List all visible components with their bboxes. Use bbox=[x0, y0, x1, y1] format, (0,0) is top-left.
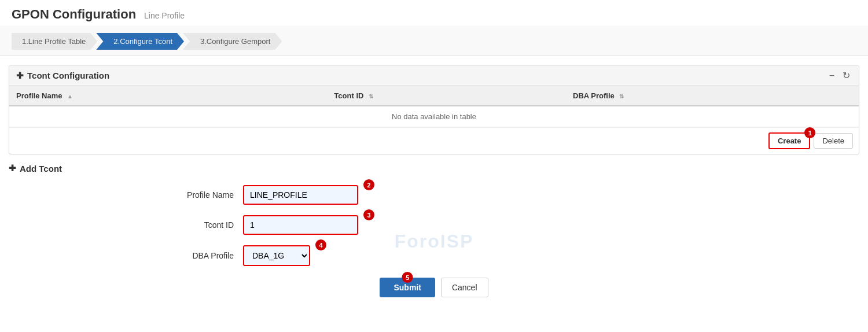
dba-profile-row: DBA Profile DBA_1G DBA_100M DBA_10M 4 bbox=[174, 245, 694, 266]
badge-4: 4 bbox=[315, 239, 326, 250]
page-subtitle: Line Profile bbox=[144, 11, 185, 20]
section-title-text: Tcont Configuration bbox=[27, 71, 109, 80]
profile-name-input-wrap: 2 bbox=[243, 185, 358, 205]
step-3-label: 3.Configure Gemport bbox=[200, 37, 270, 46]
submit-btn-wrapper: 5 Submit bbox=[380, 278, 435, 297]
step-1[interactable]: 1.Line Profile Table bbox=[12, 33, 97, 50]
badge-2: 2 bbox=[363, 179, 374, 190]
col-tcont-id[interactable]: Tcont ID ⇅ bbox=[327, 86, 566, 106]
tcont-id-input[interactable] bbox=[243, 215, 358, 235]
badge-5: 5 bbox=[402, 272, 413, 283]
dba-profile-select-wrap: DBA_1G DBA_100M DBA_10M 4 bbox=[243, 245, 310, 266]
tcont-table: Profile Name ▲ Tcont ID ⇅ DBA Profile ⇅ … bbox=[9, 86, 859, 127]
collapse-button[interactable]: − bbox=[827, 70, 836, 81]
page-header: GPON Configuration Line Profile bbox=[0, 0, 868, 27]
puzzle-icon: ✚ bbox=[16, 71, 24, 81]
sort-icon-tcont: ⇅ bbox=[369, 93, 373, 99]
form-area: ForoISP Profile Name 2 Tcont ID 3 DBA Pr… bbox=[174, 185, 694, 297]
add-tcont-title-text: Add Tcont bbox=[20, 164, 62, 174]
tcont-id-row: Tcont ID 3 bbox=[174, 215, 694, 235]
add-tcont-title: ✚ Add Tcont bbox=[9, 163, 859, 174]
section-title: ✚ Tcont Configuration bbox=[16, 71, 109, 81]
add-puzzle-icon: ✚ bbox=[9, 163, 16, 174]
col-profile-name[interactable]: Profile Name ▲ bbox=[9, 86, 327, 106]
tcont-id-label: Tcont ID bbox=[174, 220, 243, 230]
sort-icon-profile: ▲ bbox=[67, 93, 73, 99]
dba-profile-label: DBA Profile bbox=[174, 251, 243, 260]
profile-name-row: Profile Name 2 bbox=[174, 185, 694, 205]
create-button[interactable]: Create bbox=[768, 132, 810, 149]
steps-bar: 1.Line Profile Table 2.Configure Tcont 3… bbox=[0, 27, 868, 56]
table-action-bar: 1 Create Delete bbox=[9, 127, 859, 154]
tcont-configuration-panel: ✚ Tcont Configuration − ↻ Profile Name ▲… bbox=[9, 65, 859, 154]
section-controls: − ↻ bbox=[827, 70, 852, 81]
step-1-label: 1.Line Profile Table bbox=[22, 37, 86, 46]
delete-button[interactable]: Delete bbox=[814, 133, 853, 149]
empty-row: No data available in table bbox=[9, 106, 859, 127]
refresh-button[interactable]: ↻ bbox=[841, 70, 852, 81]
add-tcont-section: ✚ Add Tcont ForoISP Profile Name 2 Tcont… bbox=[9, 163, 859, 297]
col-dba-profile[interactable]: DBA Profile ⇅ bbox=[566, 86, 859, 106]
tcont-id-input-wrap: 3 bbox=[243, 215, 358, 235]
step-2[interactable]: 2.Configure Tcont bbox=[96, 33, 184, 50]
step-3[interactable]: 3.Configure Gemport bbox=[183, 33, 282, 50]
dba-profile-select[interactable]: DBA_1G DBA_100M DBA_10M bbox=[243, 245, 310, 266]
badge-3: 3 bbox=[363, 209, 374, 220]
sort-icon-dba: ⇅ bbox=[619, 93, 624, 99]
section-header: ✚ Tcont Configuration − ↻ bbox=[9, 65, 859, 86]
page-title: GPON Configuration bbox=[12, 7, 136, 21]
step-2-label: 2.Configure Tcont bbox=[113, 37, 172, 46]
form-actions: 5 Submit Cancel bbox=[174, 278, 694, 297]
cancel-button[interactable]: Cancel bbox=[441, 278, 488, 297]
profile-name-input[interactable] bbox=[243, 185, 358, 205]
profile-name-label: Profile Name bbox=[174, 190, 243, 200]
create-btn-wrapper: 1 Create bbox=[768, 132, 810, 149]
empty-message: No data available in table bbox=[9, 106, 859, 127]
